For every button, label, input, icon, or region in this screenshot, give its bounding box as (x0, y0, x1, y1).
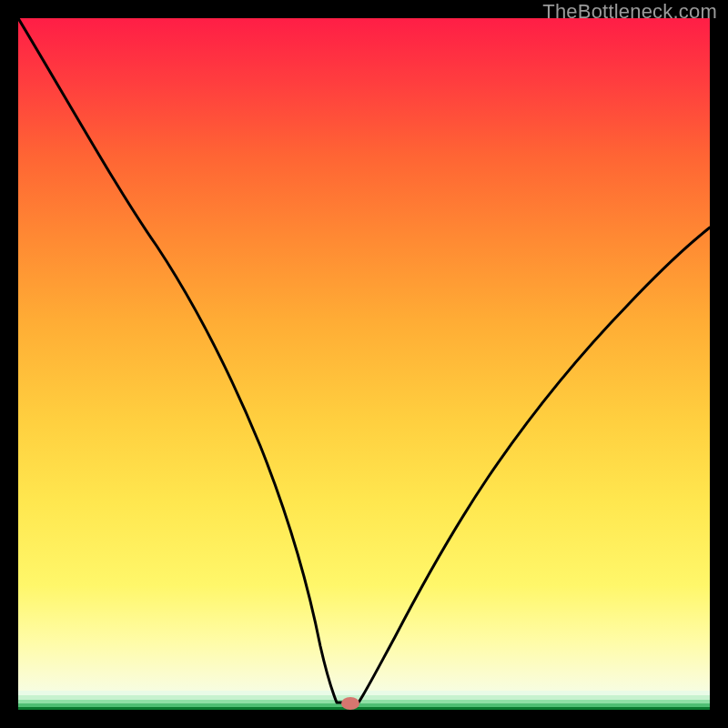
chart-stage: TheBottleneck.com (0, 0, 728, 728)
watermark-text: TheBottleneck.com (542, 0, 717, 24)
chart-plot-area (18, 18, 710, 710)
